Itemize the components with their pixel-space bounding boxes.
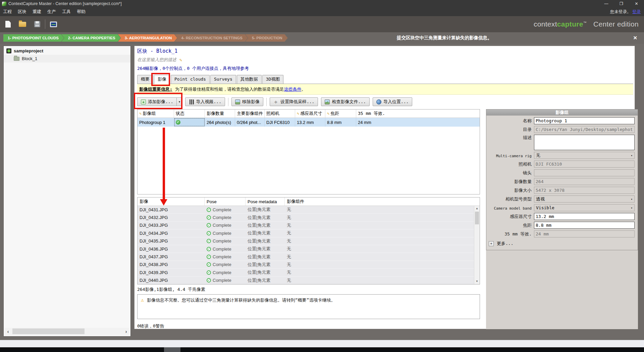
image-size-label: 影像大小	[488, 187, 534, 193]
column-pose-metadata[interactable]: Pose metadata	[246, 197, 285, 206]
scroll-up-icon[interactable]: ▲	[474, 206, 480, 211]
tab-surveys[interactable]: Surveys	[210, 75, 236, 84]
scroll-down-icon[interactable]: ▼	[474, 279, 480, 284]
step-aerotriangulation[interactable]: 3- AEROTRIANGULATION	[118, 34, 177, 42]
photo-row[interactable]: DJI_0439.JPG ✓Complete 位置|角元素 无	[138, 269, 474, 276]
step-camera-properties[interactable]: 2- CAMERA PROPERTIES	[61, 34, 121, 42]
step-production: 5- PRODUCTION	[245, 34, 288, 42]
column-focal-length[interactable]: ✎焦距	[325, 109, 356, 118]
tab-general[interactable]: 概要	[137, 75, 153, 84]
photo-row[interactable]: DJI_0437.JPG ✓Complete 位置|角元素 无	[138, 253, 474, 261]
contextcapture-master-window: ContextCapture Master - Center edition […	[0, 0, 644, 352]
menu-help[interactable]: 帮助	[74, 9, 89, 15]
scrollbar-thumb[interactable]	[475, 212, 479, 224]
notice-conditions-link[interactable]: 这些条件	[284, 86, 302, 92]
pose-check-icon: ✓	[207, 208, 211, 212]
open-project-icon[interactable]	[19, 22, 26, 27]
camera-model-type-select[interactable]: 透视▾	[534, 195, 635, 203]
menu-tools[interactable]: 工具	[59, 9, 74, 15]
save-project-icon[interactable]	[34, 21, 40, 27]
sensor-size-input[interactable]	[534, 213, 635, 220]
description-textarea[interactable]	[534, 135, 635, 150]
new-project-icon[interactable]	[5, 21, 11, 28]
scrollbar-thumb[interactable]	[12, 328, 85, 334]
sensor-size-label: 感应器尺寸	[488, 214, 534, 220]
column-photo-count[interactable]: 影像数量	[205, 109, 235, 118]
menu-reconstruction[interactable]: 重建	[30, 9, 44, 15]
photo-row[interactable]: DJI_0431.JPG ✓Complete 位置|角元素 无	[138, 206, 474, 214]
brand-context: context	[534, 20, 557, 28]
close-button[interactable]: ✕	[629, 0, 644, 7]
brand-capture: capture	[557, 20, 583, 28]
expand-more-button[interactable]: +	[489, 241, 494, 246]
status-bar	[0, 340, 644, 347]
remove-photos-label: 移除影像	[242, 99, 260, 105]
rig-select[interactable]: 无▾	[534, 152, 635, 159]
photo-row[interactable]: DJI_0435.JPG ✓Complete 位置|角元素 无	[138, 237, 474, 245]
column-sensor-size[interactable]: ✎感应器尺寸	[295, 109, 325, 118]
login-link[interactable]: 登录	[632, 9, 641, 14]
column-35mm-eq[interactable]: 35 mm 等效.	[356, 109, 480, 118]
tab-point-clouds[interactable]: Point clouds	[171, 75, 210, 84]
menu-block[interactable]: 区块	[15, 9, 30, 15]
tab-other-data[interactable]: 其他数据	[237, 75, 262, 84]
lens-input	[534, 169, 635, 176]
field-sensor-size: 感应器尺寸	[488, 213, 635, 220]
camera-model-band-select[interactable]: Visible▾	[534, 204, 635, 211]
menu-project[interactable]: 工程	[0, 9, 15, 15]
remove-photos-button[interactable]: 移除影像	[231, 97, 263, 106]
brand-logo: contextcapture™Center edition	[534, 20, 644, 28]
edit-description-icon[interactable]: ✎	[179, 57, 182, 62]
menu-production[interactable]: 生产	[44, 9, 59, 15]
import-video-button[interactable]: 导入视频...	[185, 97, 225, 106]
photo-row[interactable]: DJI_0438.JPG ✓Complete 位置|角元素 无	[138, 261, 474, 269]
window-title: ContextCapture Master - Center edition […	[8, 1, 122, 6]
camera-input	[534, 161, 635, 168]
downsampling-label: 设置降低采样...	[280, 99, 314, 105]
column-camera[interactable]: 照相机	[265, 109, 295, 118]
scroll-right-icon[interactable]: ›	[123, 329, 129, 334]
minimize-button[interactable]: —	[599, 0, 614, 7]
block-page-panel: 区块 - Block_1 在这里输入您的描述 ✎ 264幅影像，0个控制点，0 …	[134, 46, 635, 329]
check-files-button[interactable]: ✓ 检查影像文件...	[321, 97, 369, 106]
photo-row[interactable]: DJI_0432.JPG ✓Complete 位置|角元素 无	[138, 214, 474, 221]
pose-text: Complete	[213, 231, 231, 236]
column-status[interactable]: 状态	[174, 109, 205, 118]
focal-length-input[interactable]	[534, 222, 635, 229]
monitor-icon[interactable]	[50, 21, 57, 27]
project-tree: sampleproject Block_1	[4, 46, 130, 62]
tree-item-block[interactable]: Block_1	[4, 55, 130, 62]
column-pose[interactable]: Pose	[205, 197, 246, 206]
step-photos-point-clouds[interactable]: 1- PHOTOS/POINT CLOUDS	[3, 34, 64, 42]
more-label[interactable]: 更多...	[497, 240, 513, 247]
sidebar-horizontal-scrollbar[interactable]: ‹ ›	[5, 328, 129, 335]
photo-name: DJI_0437.JPG	[138, 254, 205, 259]
tree-item-project[interactable]: sampleproject	[4, 47, 130, 55]
annotation-box-add-photos	[134, 93, 182, 109]
camera-model-type-value: 透视	[536, 196, 545, 202]
photo-row[interactable]: DJI_0440.JPG ✓Complete 位置|角元素 无	[138, 277, 474, 284]
photos-vertical-scrollbar[interactable]: ▲ ▼	[474, 206, 480, 284]
toolbar-separator	[45, 19, 45, 29]
scroll-left-icon[interactable]: ‹	[5, 329, 11, 334]
photo-row[interactable]: DJI_0433.JPG ✓Complete 位置|角元素 无	[138, 222, 474, 229]
pose-text: Complete	[213, 254, 231, 259]
column-photogroup[interactable]: ✎影像组	[138, 109, 174, 118]
tab-3d-view[interactable]: 3D视图	[262, 75, 284, 84]
column-main-component[interactable]: 主要影像组件	[235, 109, 265, 118]
downsampling-button[interactable]: ✛ 设置降低采样...	[270, 97, 318, 106]
annotation-arrow-head-icon	[160, 199, 167, 206]
ribbon-close-icon[interactable]: ✕	[633, 35, 637, 41]
pose-text: Complete	[213, 270, 231, 275]
photo-row[interactable]: DJI_0436.JPG ✓Complete 位置|角元素 无	[138, 245, 474, 253]
photogroup-row-selected[interactable]: Photogroup 1 ✓ 264 photo(s) 0/264 phot..…	[138, 118, 480, 127]
column-photo[interactable]: 影像	[138, 197, 205, 206]
maximize-button[interactable]: ❐	[614, 0, 629, 7]
column-photo-component[interactable]: 影像组件	[285, 197, 480, 206]
import-video-icon	[189, 99, 194, 104]
import-positions-button[interactable]: 导入位置...	[373, 97, 412, 106]
name-input[interactable]	[534, 117, 635, 124]
photo-row[interactable]: DJI_0434.JPG ✓Complete 位置|角元素 无	[138, 229, 474, 237]
photogroup-focal-cell: 8.8 mm	[325, 118, 356, 127]
taskbar-button[interactable]	[164, 347, 180, 352]
